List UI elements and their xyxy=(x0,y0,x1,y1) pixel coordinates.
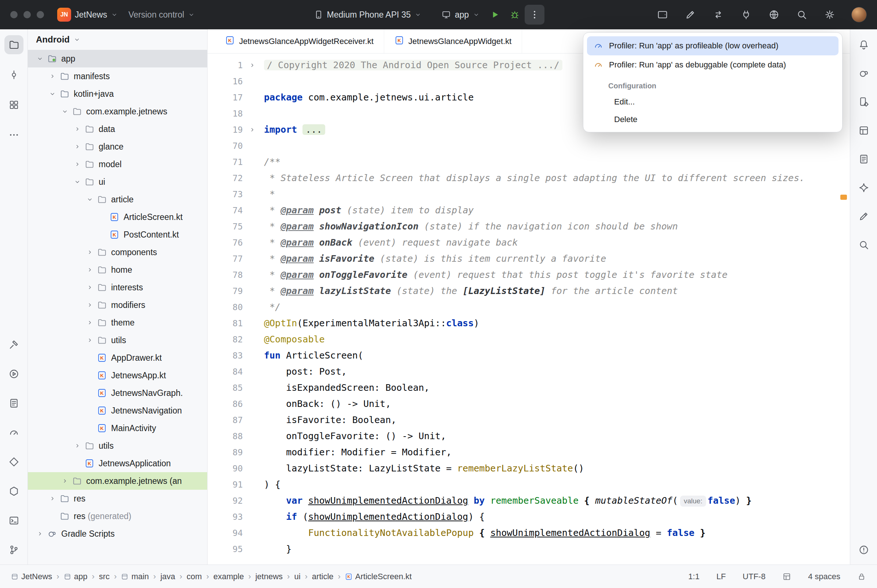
chevron-down-icon[interactable] xyxy=(34,55,46,62)
code-line-82[interactable]: 82@Composable xyxy=(207,332,850,348)
chevron-right-icon[interactable] xyxy=(46,495,58,502)
tree-item-data[interactable]: data xyxy=(28,120,207,138)
code-line-70[interactable]: 70 xyxy=(207,138,850,154)
code-line-88[interactable]: 88 onToggleFavorite: () -> Unit, xyxy=(207,428,850,444)
code-line-77[interactable]: 77 * @param isFavorite (state) is this i… xyxy=(207,251,850,267)
device-streaming-button[interactable] xyxy=(653,5,672,24)
chevron-right-icon[interactable] xyxy=(84,336,96,344)
status-monitor-icon[interactable] xyxy=(783,572,791,581)
tree-item-res[interactable]: res (generated) xyxy=(28,507,207,525)
tree-item-components[interactable]: components xyxy=(28,243,207,261)
tree-item-gradle-scripts[interactable]: Gradle Scripts xyxy=(28,525,207,543)
breadcrumb-item-article[interactable]: article xyxy=(312,572,334,581)
more-actions-button[interactable] xyxy=(525,5,544,24)
breadcrumb-item-com[interactable]: com xyxy=(187,572,202,581)
tool-profiler-button[interactable] xyxy=(4,423,24,442)
tree-item-jetnewsapp-kt[interactable]: KJetnewsApp.kt xyxy=(28,367,207,384)
share-link-button[interactable] xyxy=(764,5,784,24)
code-line-76[interactable]: 76 * @param onBack (event) request navig… xyxy=(207,235,850,251)
breadcrumb-item-jetnews[interactable]: jetnews xyxy=(255,572,283,581)
tool-layout-inspector-button[interactable] xyxy=(854,121,873,140)
file-encoding[interactable]: UTF-8 xyxy=(743,572,766,581)
chevron-right-icon[interactable] xyxy=(71,143,84,150)
code-line-81[interactable]: 81@OptIn(ExperimentalMaterial3Api::class… xyxy=(207,315,850,332)
code-with-me-button[interactable] xyxy=(681,5,700,24)
window-close-button[interactable] xyxy=(10,11,18,18)
code-line-90[interactable]: 90 lazyListState: LazyListState = rememb… xyxy=(207,460,850,477)
run-config-selector[interactable]: app xyxy=(436,5,485,24)
tool-logcat-button[interactable] xyxy=(4,394,24,413)
tool-build-variants-button[interactable] xyxy=(854,150,873,169)
code-line-94[interactable]: 94 FunctionalityNotAvailablePopup { show… xyxy=(207,525,850,541)
tab-jetnewsglanceappwidgetreceiver[interactable]: K JetnewsGlanceAppWidgetReceiver.kt xyxy=(215,29,384,53)
code-line-74[interactable]: 74 * @param post (state) item to display xyxy=(207,202,850,219)
popup-item-profiler-low-overhead[interactable]: Profiler: Run 'app' as profileable (low … xyxy=(587,36,838,56)
popup-item-profiler-debuggable[interactable]: Profiler: Run 'app' as debuggable (compl… xyxy=(587,56,838,74)
tree-item-manifests[interactable]: manifests xyxy=(28,68,207,85)
notifications-button[interactable] xyxy=(854,35,873,54)
tool-gradle-button[interactable] xyxy=(854,64,873,83)
breadcrumb-item-example[interactable]: example xyxy=(213,572,244,581)
code-line-84[interactable]: 84 post: Post, xyxy=(207,364,850,380)
tree-item-jetnewsnavgraph[interactable]: KJetnewsNavGraph. xyxy=(28,384,207,402)
popup-item-edit[interactable]: Edit... xyxy=(587,93,838,111)
tool-commit-button[interactable] xyxy=(4,65,24,84)
tree-item-mainactivity[interactable]: KMainActivity xyxy=(28,419,207,437)
window-minimize-button[interactable] xyxy=(24,11,31,18)
fold-arrow-icon[interactable] xyxy=(243,122,262,138)
chevron-right-icon[interactable] xyxy=(34,530,46,537)
switch-task-button[interactable] xyxy=(708,5,728,24)
chevron-down-icon[interactable] xyxy=(84,196,96,203)
tool-terminal-button[interactable] xyxy=(4,511,24,530)
tool-gemini-button[interactable] xyxy=(854,178,873,197)
code-line-89[interactable]: 89 modifier: Modifier = Modifier, xyxy=(207,444,850,460)
chevron-down-icon[interactable] xyxy=(58,108,71,115)
tree-item-utils[interactable]: utils xyxy=(28,332,207,349)
tool-running-devices-button[interactable] xyxy=(4,364,24,384)
breadcrumb-item-app[interactable]: app xyxy=(64,572,88,581)
tool-app-inspection-button[interactable] xyxy=(4,482,24,501)
tree-item-jetnewsnavigation[interactable]: KJetnewsNavigation xyxy=(28,402,207,419)
vcs-widget[interactable]: Version control xyxy=(123,5,200,24)
tree-item-utils[interactable]: utils xyxy=(28,437,207,454)
tree-item-postcontent-kt[interactable]: KPostContent.kt xyxy=(28,226,207,243)
tree-item-res[interactable]: res xyxy=(28,490,207,507)
tree-item-ui[interactable]: ui xyxy=(28,173,207,190)
run-button[interactable] xyxy=(485,5,505,24)
tree-item-articlescreen-kt[interactable]: KArticleScreen.kt xyxy=(28,208,207,226)
chevron-right-icon[interactable] xyxy=(71,442,84,449)
tree-item-glance[interactable]: glance xyxy=(28,138,207,155)
code-line-85[interactable]: 85 isExpandedScreen: Boolean, xyxy=(207,380,850,396)
tool-ai-edit-button[interactable] xyxy=(854,207,873,226)
chevron-down-icon[interactable] xyxy=(71,178,84,186)
indent-setting[interactable]: 4 spaces xyxy=(808,572,840,581)
chevron-right-icon[interactable] xyxy=(84,266,96,273)
scrollbar-warning-mark[interactable] xyxy=(840,195,847,200)
breadcrumb-item-jetnews[interactable]: JetNews xyxy=(11,572,52,581)
code-line-72[interactable]: 72 * Stateless Article Screen that displ… xyxy=(207,170,850,186)
tool-project-button[interactable] xyxy=(4,35,24,54)
breadcrumb-item-articlescreen-kt[interactable]: KArticleScreen.kt xyxy=(345,572,412,581)
cursor-position[interactable]: 1:1 xyxy=(688,572,700,581)
code-line-93[interactable]: 93 if (showUnimplementedActionDialog) { xyxy=(207,509,850,525)
tree-item-kotlin-java[interactable]: kotlin+java xyxy=(28,85,207,103)
fold-arrow-icon[interactable] xyxy=(243,57,262,74)
tree-item-theme[interactable]: theme xyxy=(28,314,207,332)
plugins-button[interactable] xyxy=(736,5,756,24)
code-line-83[interactable]: 83fun ArticleScreen( xyxy=(207,348,850,364)
code-line-87[interactable]: 87 isFavorite: Boolean, xyxy=(207,412,850,428)
tree-item-interests[interactable]: interests xyxy=(28,279,207,296)
code-line-95[interactable]: 95 } xyxy=(207,541,850,557)
popup-item-delete[interactable]: Delete xyxy=(587,111,838,128)
tool-more-button[interactable] xyxy=(4,125,24,144)
code-line-86[interactable]: 86 onBack: () -> Unit, xyxy=(207,396,850,412)
chevron-right-icon[interactable] xyxy=(84,319,96,326)
tool-device-manager-button[interactable] xyxy=(854,92,873,111)
breadcrumb-item-main[interactable]: main xyxy=(121,572,149,581)
line-separator[interactable]: LF xyxy=(717,572,726,581)
settings-button[interactable] xyxy=(820,5,840,24)
code-line-92[interactable]: 92 var showUnimplementedActionDialog by … xyxy=(207,493,850,509)
tree-item-app[interactable]: app xyxy=(28,50,207,68)
tree-item-com-example-jetnews[interactable]: com.example.jetnews xyxy=(28,103,207,120)
tree-item-home[interactable]: home xyxy=(28,261,207,279)
